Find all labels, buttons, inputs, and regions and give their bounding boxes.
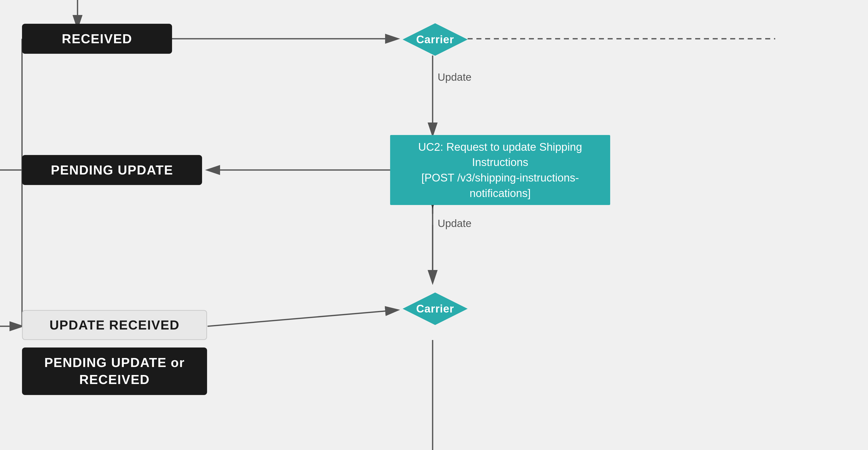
svg-line-13 [208,310,398,326]
carrier-bottom-label: Carrier [416,302,454,315]
received-label: RECEIVED [62,31,132,46]
uc2-action-label: UC2: Request to update Shipping Instruct… [403,139,598,201]
update-bottom-text: Update [438,218,471,229]
carrier-bottom-diamond-container: Carrier [400,291,470,326]
carrier-top-label: Carrier [416,33,454,46]
update-received-label: UPDATE RECEIVED [50,318,180,332]
pending-or-received-state-box: PENDING UPDATE or RECEIVED [22,348,207,395]
diagram-container: RECEIVED Carrier Update UC2: Request to … [0,0,868,450]
update-received-state-box: UPDATE RECEIVED [22,310,207,340]
update-top-text: Update [438,71,471,83]
update-top-label: Update [438,71,471,83]
pending-or-received-label: PENDING UPDATE or RECEIVED [44,354,185,388]
pending-update-label: PENDING UPDATE [51,162,173,178]
update-bottom-label: Update [438,218,471,229]
pending-update-state-box: PENDING UPDATE [22,155,202,185]
carrier-top-diamond-container: Carrier [400,22,470,57]
received-state-box: RECEIVED [22,24,172,54]
uc2-action-box: UC2: Request to update Shipping Instruct… [390,135,610,205]
